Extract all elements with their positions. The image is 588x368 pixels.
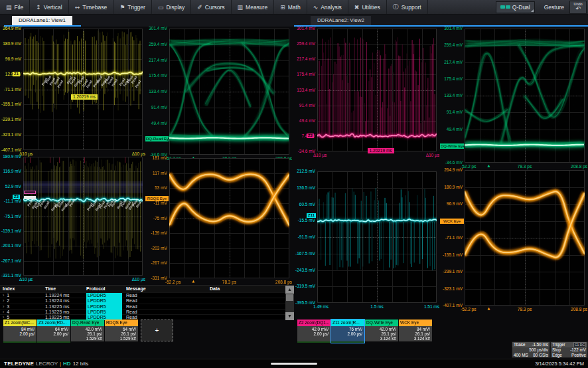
trigger-summary[interactable]: Trigger C1 DC Stop -122 mV Edge Positive (550, 341, 588, 358)
menu-item-vertical[interactable]: ↕Vertical (30, 0, 68, 14)
waveform-grid-z2[interactable] (317, 29, 437, 151)
waveform-grid-z3[interactable] (23, 157, 143, 276)
measure-icon: ▥ (238, 4, 244, 11)
cell-message: Read (126, 293, 210, 298)
menu-item-label: Trigger (127, 4, 145, 11)
trace-label-dqread[interactable]: DQ-Read Eye (145, 136, 169, 141)
menu-item-label: Cursors (205, 4, 225, 11)
row-expand-icon[interactable]: › (3, 304, 4, 309)
timebase-summary[interactable]: Tbase -1.50 ms 500 µs/div 400 MS 80 GS/s (512, 341, 550, 358)
descriptor-value-line: 42.0 mV/ (380, 327, 396, 331)
descriptor-wck-eye[interactable]: WCK Eye84 mV/26.1 ps/3.124 k# (399, 320, 432, 341)
cell-index: ›1 (0, 293, 45, 298)
y-axis-label: 91.4 mV (294, 103, 315, 108)
zoom-marker-z2[interactable]: Z2 (307, 134, 314, 138)
tbase-value: -1.50 ms (532, 342, 549, 347)
menu-item-utilities[interactable]: ✖Utilities (348, 0, 387, 14)
cell-message: Read (126, 304, 210, 309)
row-expand-icon[interactable]: › (3, 298, 4, 303)
descriptor-z2-zoom-dq1[interactable]: Z2 zoom(DQ1...42.0 mV/2.00 µs/ (297, 320, 331, 343)
add-trace-button[interactable]: + (141, 320, 173, 341)
decode-row-chip (24, 191, 36, 194)
menu-item-math[interactable]: ⊞Math (274, 0, 307, 14)
waveform-grid-z1[interactable] (23, 29, 143, 150)
tbase-samples: 400 MS (514, 353, 528, 358)
zoom-marker-z3[interactable]: Z3 (13, 195, 20, 199)
eye-diagram-rdqs[interactable] (169, 158, 289, 278)
zoom-marker-z11[interactable]: Z11 (307, 213, 316, 218)
menu-item-label: Vertical (44, 4, 62, 11)
y-axis-label: 217.4 mV (294, 56, 315, 62)
menu-item-trigger[interactable]: ⚑Trigger (113, 0, 152, 14)
y-axis-label: 259.4 mV (294, 41, 315, 46)
menu-item-analysis[interactable]: ∿Analysis (307, 0, 348, 14)
menu-item-support[interactable]: ⓘSupport (387, 0, 428, 14)
descriptor-z3-zoom-rd[interactable]: Z3 zoom(RD...64 mV/2.00 µs/ (37, 320, 70, 343)
trace-label-dqwrite[interactable]: DQ-Write Eye (440, 143, 464, 149)
y-axis-label: 175.4 mV (145, 73, 167, 78)
x-axis-label: Δ10 µs (426, 152, 439, 158)
table-scrollbar[interactable]: ▲▼ (285, 286, 294, 320)
descriptor-value-line: 26.1 ps/ (382, 331, 396, 336)
menu-item-label: Analysis (321, 4, 342, 11)
scrollbar-thumb[interactable] (286, 294, 293, 301)
y-axis-label: -331.1 mV (0, 273, 21, 278)
y-axis-label: -239.1 mV (440, 269, 463, 274)
undo-button[interactable]: Undo ↶ (569, 1, 587, 14)
waveform-grid-z11[interactable] (317, 171, 437, 303)
scroll-up-icon[interactable]: ▲ (285, 286, 294, 294)
table-row[interactable]: ›21.19224 msLPDDR5Read (0, 298, 294, 303)
menu-item-measure[interactable]: ▥Measure (232, 0, 275, 14)
panel-z1: 264.9 mV180.9 mV96.9 mV12.9 mV-71.1 mV-1… (0, 25, 144, 162)
descriptor-value-line: 3.124 k# (414, 336, 430, 341)
protocol-badge: LPDDR5 (86, 310, 122, 315)
menu-item-label: Support (402, 4, 421, 11)
y-axis-label: 180.9 mV (440, 185, 463, 190)
scroll-down-icon[interactable]: ▼ (285, 312, 294, 320)
x-axis-label: Δ10 µs (19, 276, 33, 282)
descriptor-title: Z2 zoom(DQ1... (297, 320, 331, 326)
eye-diagram-wck[interactable] (465, 170, 585, 306)
menu-item-file[interactable]: ▤File (0, 0, 30, 14)
trigger-slope: Positive (571, 353, 586, 358)
row-expand-icon[interactable]: › (3, 310, 4, 314)
table-row[interactable]: ›11.19224 msLPDDR5Read (0, 292, 294, 298)
row-expand-icon[interactable]: › (3, 293, 4, 298)
menu-item-label: Display (166, 4, 184, 11)
descriptor-title: Z11 zoom(R... (331, 320, 364, 326)
descriptor-rdqs-eye[interactable]: RDQS Eye64 mV/26.1 ps/1.529 k# (105, 320, 138, 341)
eye-diagram-dqread[interactable] (169, 29, 289, 155)
menu-item-cursors[interactable]: ✐Cursors (191, 0, 231, 14)
brand-separator: | (60, 361, 61, 367)
menu-item-label: Timebase (82, 4, 107, 11)
utilities-icon: ✖ (354, 4, 360, 11)
table-row[interactable]: ›31.19225 msLPDDR5Read (0, 304, 294, 309)
y-axis-label: 217.4 mV (440, 60, 463, 65)
menu-item-display[interactable]: ▭Display (152, 0, 191, 14)
descriptor-dq-write-eye[interactable]: DQ-Write Eye42.0 mV/26.1 ps/3.124 k# (365, 320, 398, 341)
tab-ddralane2-view2[interactable]: DDRALane2: View2 (311, 16, 371, 25)
descriptor-z1-zoom-wc[interactable]: Z1 zoom(WC...84 mV/2.00 µs/ (3, 320, 37, 343)
menu-item-label: Math (288, 4, 301, 11)
gesture-button[interactable]: Gesture (539, 4, 569, 11)
trace-label-wck[interactable]: WCK Eye (440, 219, 464, 224)
protocol-decode-table: IndexTimeProtocolMessageData›11.19224 ms… (0, 285, 294, 320)
tab-ddralane1-view1[interactable]: DDRALane1: View1 (12, 16, 72, 25)
eye-diagram-dqwrite[interactable] (465, 29, 585, 163)
descriptor-z11-zoom-r[interactable]: Z11 zoom(R...76 mV/2.00 µs/ (331, 320, 364, 343)
drawer-handle[interactable] (271, 363, 317, 365)
y-axis-label: -407.1 mV (0, 147, 21, 153)
cell-protocol: LPDDR5 (86, 304, 126, 309)
qdual-layout-button[interactable]: Q-Dual (496, 1, 535, 13)
descriptor-dq-read-eye[interactable]: DQ-Read Eye42.0 mV/26.1 ps/1.529 k# (71, 320, 104, 341)
trigger-mode-label: Stop (552, 347, 561, 353)
x-axis-label: 208.8 ps (275, 279, 292, 285)
descriptor-values: 64 mV/26.1 ps/1.529 k# (105, 326, 138, 341)
zoom-marker-z1[interactable]: Z1 (13, 72, 20, 76)
y-axis-label: -15.5 mV (294, 218, 315, 223)
trace-label-rdqs[interactable]: RDQS Eye (145, 196, 169, 201)
x-axis-label: 1.5 ms (370, 304, 384, 310)
table-row[interactable]: ›41.19225 msLPDDR5Read (0, 309, 294, 314)
menu-item-timebase[interactable]: ↔Timebase (69, 0, 114, 14)
y-axis-label: -139.1 mV (0, 229, 21, 234)
